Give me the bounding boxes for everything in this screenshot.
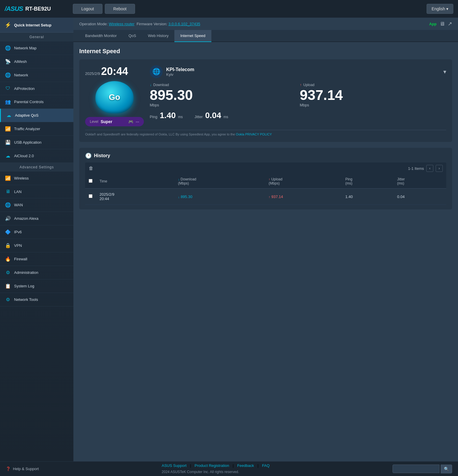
sidebar-item-amazon-alexa[interactable]: 🔊 Amazon Alexa [0,212,73,225]
download-speed-item: ↓ Download 895.30 Mbps [150,83,296,107]
row-upload: ↑ 937.14 [265,189,342,205]
go-button[interactable]: Go [95,81,134,113]
top-right-icons: App 🖥 ↗ [429,21,452,27]
system-log-icon: 📋 [5,283,11,289]
sidebar-item-parental-controls[interactable]: 👥 Parental Controls [0,95,73,109]
sidebar-item-ipv6[interactable]: 🔷 IPv6 [0,225,73,239]
privacy-policy-link[interactable]: Ookla PRIVACY POLICY [236,133,272,136]
network-icon: 🌐 [5,72,11,78]
sidebar-item-firewall[interactable]: 🔥 Firewall [0,252,73,266]
sidebar-item-aiprotection[interactable]: 🛡 AiProtection [0,82,73,95]
tab-internet-speed[interactable]: Internet Speed [174,30,211,42]
quick-internet-setup[interactable]: ⚡ Quick Internet Setup [0,18,73,33]
upload-speed-item: ↑ Upload 937.14 Mbps [300,83,446,107]
firmware-label: Firmware Version: [136,22,169,26]
tab-bandwidth-monitor[interactable]: Bandwidth Monitor [79,30,123,42]
share-icon[interactable]: ↗ [448,21,452,27]
sidebar-item-aimesh[interactable]: 📡 AiMesh [0,55,73,68]
history-table-header: 🗑 1-1 Items ‹ › [85,162,446,174]
sidebar-item-aicloud[interactable]: ☁ AiCloud 2.0 [0,149,73,163]
col-jitter-header: Jitter(ms) [394,174,446,189]
product-registration-link[interactable]: Product Registration [195,463,229,468]
history-header: 🕐 History [85,152,446,159]
sidebar-item-system-log[interactable]: 📋 System Log [0,279,73,293]
sidebar-item-wireless[interactable]: 📶 Wireless [0,172,73,185]
sidebar: ⚡ Quick Internet Setup General 🌐 Network… [0,18,73,461]
lan-icon: 🖥 [5,189,11,194]
row-upload-value: ↑ 937.14 [269,195,283,199]
header-buttons: Logout Reboot [73,4,423,14]
sidebar-item-network[interactable]: 🌐 Network [0,68,73,82]
display-icon[interactable]: 🖥 [440,21,445,27]
sidebar-label-usb-application: USB Application [14,140,41,145]
wireless-icon: 📶 [5,175,11,181]
disclaimer: Ookla® and Speedtest® are federally regi… [85,130,446,136]
sidebar-item-traffic-analyzer[interactable]: 📶 Traffic Analyzer [0,122,73,136]
firewall-icon: 🔥 [5,256,11,262]
language-selector[interactable]: English ▾ [427,4,453,14]
search-button[interactable]: 🔍 [441,465,452,473]
sidebar-item-vpn[interactable]: 🔒 VPN [0,239,73,252]
sidebar-label-aicloud: AiCloud 2.0 [14,154,34,158]
ipv6-icon: 🔷 [5,229,11,235]
server-name: KPI-Telecom [166,67,440,72]
next-page-button[interactable]: › [436,165,443,172]
select-all-checkbox[interactable] [89,179,92,183]
sidebar-item-wan[interactable]: 🌐 WAN [0,198,73,212]
sidebar-item-usb-application[interactable]: 💾 USB Application [0,136,73,149]
link-separator-3: | [257,463,258,468]
ping-item: Ping 1.40 ms [150,111,183,120]
sidebar-item-lan[interactable]: 🖥 LAN [0,185,73,198]
reboot-button[interactable]: Reboot [105,4,135,14]
faq-link[interactable]: FAQ [262,463,270,468]
table-header-row: Time ↓ Download(Mbps) ↑ Upload(Mbps) Pin… [85,174,446,189]
col-download-header: ↓ Download(Mbps) [174,174,265,189]
delete-history-button[interactable]: 🗑 [89,166,93,171]
operation-mode: Operation Mode: Wireless router Firmware… [79,22,200,26]
prev-page-button[interactable]: ‹ [426,165,433,172]
sidebar-label-parental-controls: Parental Controls [14,100,43,104]
sidebar-label-aiprotection: AiProtection [14,86,35,91]
sidebar-item-adaptive-qos[interactable]: ☁ Adaptive QoS [0,109,73,122]
ping-label: Ping [150,115,157,119]
datetime: 2025/2/9 20:44 [85,65,128,78]
tab-qos[interactable]: QoS [123,30,142,42]
row-checkbox[interactable] [89,194,92,198]
jitter-item: Jitter 0.04 ms [195,111,228,120]
asus-support-link[interactable]: ASUS Support [162,463,187,468]
footer-left: ❓ Help & Support [6,467,39,471]
sidebar-label-network-map: Network Map [14,46,37,50]
sidebar-item-network-map[interactable]: 🌐 Network Map [0,41,73,55]
logout-button[interactable]: Logout [73,4,102,14]
firmware-version-link[interactable]: 3.0.0.6.102_37435 [169,22,200,26]
advanced-section-header: Advanced Settings [0,163,73,172]
more-options-icon[interactable]: ··· [136,119,139,124]
upload-col-icon: ↑ [269,177,270,181]
search-input[interactable] [393,465,440,473]
server-city: Kyiv [166,72,440,77]
history-title: History [94,153,110,158]
logo-area: /ASUS RT-BE92U [5,5,69,13]
feedback-link[interactable]: Feedback [237,463,254,468]
sidebar-item-network-tools[interactable]: ⚙ Network Tools [0,293,73,306]
adaptive-qos-icon: ☁ [6,113,12,118]
upload-value: 937.14 [300,88,446,102]
jitter-unit: ms [223,115,228,119]
download-row-icon: ↓ [178,195,180,199]
server-dropdown-button[interactable]: ▾ [443,68,446,75]
download-label: Download [153,83,169,87]
level-bar: Level Super 🎮 ··· [85,117,144,126]
amazon-alexa-icon: 🔊 [5,216,11,221]
gamepad-icon: 🎮 [128,119,133,124]
aiprotection-icon: 🛡 [5,86,11,91]
vpn-icon: 🔒 [5,243,11,248]
pagination-info: 1-1 Items [408,166,424,171]
tab-web-history[interactable]: Web History [142,30,175,42]
sidebar-label-administration: Administration [14,270,38,275]
col-checkbox-header [85,174,96,189]
network-tools-icon: ⚙ [5,297,11,302]
wireless-router-link[interactable]: Wireless router [109,22,134,26]
sidebar-item-administration[interactable]: ⚙ Administration [0,266,73,279]
level-value: Super [101,119,126,124]
operation-mode-label: Operation Mode: [79,22,108,26]
